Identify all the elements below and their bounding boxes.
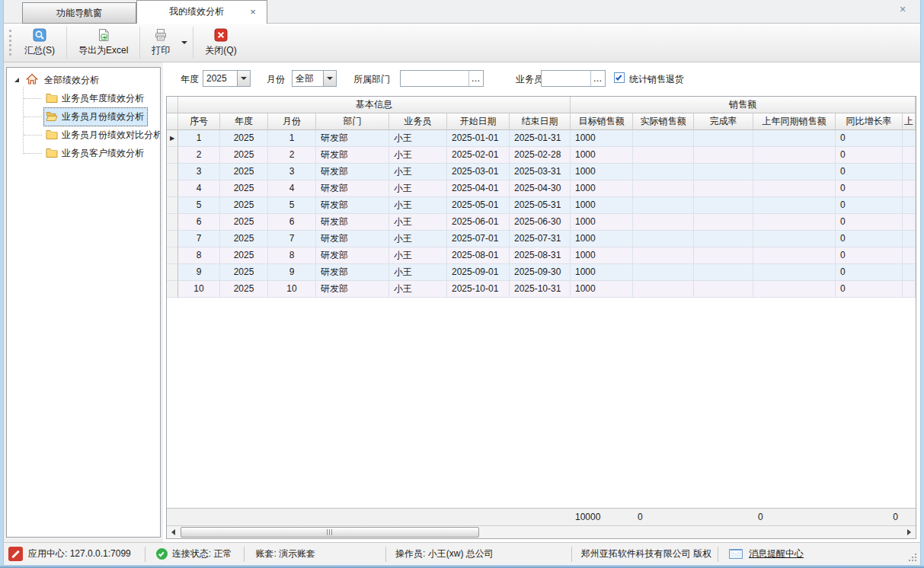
group-header[interactable]: 基本信息 (178, 97, 571, 113)
table-cell[interactable]: 2025 (220, 197, 268, 214)
table-cell[interactable]: 1000 (571, 180, 633, 197)
row-indicator-cell[interactable] (167, 180, 178, 197)
tree-item-customer-analysis[interactable]: 业务员客户绩效分析 (43, 144, 148, 162)
resize-grip[interactable] (909, 554, 917, 562)
table-cell[interactable] (633, 264, 694, 281)
table-cell[interactable]: 6 (268, 214, 316, 231)
department-browse-button[interactable]: … (468, 71, 483, 86)
year-combo[interactable]: 2025 (203, 70, 251, 87)
table-cell[interactable]: 10 (268, 281, 316, 298)
table-cell[interactable]: 2025 (220, 231, 268, 247)
close-tab-button[interactable]: 关闭(Q) (197, 25, 245, 60)
column-header[interactable]: 部门 (316, 113, 389, 130)
table-cell[interactable] (753, 180, 836, 197)
row-indicator-cell[interactable] (167, 231, 178, 247)
table-cell[interactable]: 9 (178, 264, 220, 281)
table-cell[interactable]: 0 (836, 247, 903, 264)
table-cell[interactable]: 2025-05-31 (510, 197, 571, 214)
table-cell[interactable] (753, 247, 836, 264)
table-cell[interactable] (903, 180, 916, 197)
table-row[interactable]: 320253研发部小王2025-03-012025-03-3110000 (167, 164, 916, 180)
table-cell[interactable]: 0 (836, 197, 903, 214)
table-cell[interactable] (753, 197, 836, 214)
table-cell[interactable]: 2025-04-30 (510, 180, 571, 197)
table-cell[interactable]: 0 (836, 147, 903, 164)
scroll-right-arrow[interactable] (903, 526, 916, 538)
table-cell[interactable] (694, 214, 753, 231)
table-cell[interactable] (694, 130, 753, 147)
table-cell[interactable] (694, 197, 753, 214)
table-cell[interactable]: 2 (268, 147, 316, 164)
table-cell[interactable]: 2025 (220, 180, 268, 197)
close-icon[interactable]: × (896, 3, 910, 17)
table-cell[interactable] (694, 164, 753, 180)
table-cell[interactable]: 7 (178, 231, 220, 247)
table-cell[interactable] (633, 247, 694, 264)
column-header[interactable]: 完成率 (694, 113, 753, 130)
table-cell[interactable]: 小王 (389, 281, 447, 298)
print-button[interactable]: 打印 (143, 25, 178, 60)
table-cell[interactable]: 1000 (571, 281, 633, 298)
column-header[interactable]: 同比增长率 (836, 113, 903, 130)
table-cell[interactable] (903, 147, 916, 164)
table-row[interactable]: 720257研发部小王2025-07-012025-07-3110000 (167, 231, 916, 247)
row-indicator-cell[interactable] (167, 264, 178, 281)
export-excel-button[interactable]: 导出为Excel (70, 25, 136, 60)
table-cell[interactable]: 1 (268, 130, 316, 147)
table-cell[interactable]: 2025 (220, 247, 268, 264)
table-row[interactable]: 820258研发部小王2025-08-012025-08-3110000 (167, 247, 916, 264)
table-cell[interactable]: 研发部 (316, 264, 389, 281)
table-cell[interactable]: 2025-08-31 (510, 247, 571, 264)
table-cell[interactable]: 2025-02-28 (510, 147, 571, 164)
row-indicator-cell[interactable] (167, 214, 178, 231)
department-field[interactable]: … (400, 70, 484, 87)
table-cell[interactable]: 小王 (389, 180, 447, 197)
column-header[interactable]: 实际销售额 (633, 113, 694, 130)
table-cell[interactable]: 0 (836, 214, 903, 231)
table-cell[interactable]: 1000 (571, 147, 633, 164)
table-cell[interactable]: 1000 (571, 197, 633, 214)
table-cell[interactable]: 研发部 (316, 130, 389, 147)
table-cell[interactable] (903, 231, 916, 247)
message-center-link[interactable]: 消息提醒中心 (749, 547, 804, 560)
table-cell[interactable]: 5 (268, 197, 316, 214)
tree-item-yearly-analysis[interactable]: 业务员年度绩效分析 (43, 89, 148, 107)
table-cell[interactable]: 1 (178, 130, 220, 147)
table-cell[interactable]: 5 (178, 197, 220, 214)
year-combo-dropdown[interactable] (237, 71, 250, 86)
table-cell[interactable]: 2025-03-01 (447, 164, 510, 180)
row-indicator-cell[interactable] (167, 247, 178, 264)
table-row[interactable]: 10202510研发部小王2025-10-012025-10-3110000 (167, 281, 916, 298)
table-cell[interactable] (903, 130, 916, 147)
table-cell[interactable]: 2025-07-31 (510, 231, 571, 247)
table-cell[interactable]: 2025-09-01 (447, 264, 510, 281)
column-header[interactable]: 序号 (178, 113, 220, 130)
table-row[interactable]: 920259研发部小王2025-09-012025-09-3010000 (167, 264, 916, 281)
tree-root-all-performance[interactable]: 全部绩效分析 (7, 71, 160, 89)
table-cell[interactable] (753, 214, 836, 231)
table-row[interactable]: 520255研发部小王2025-05-012025-05-3110000 (167, 197, 916, 214)
table-cell[interactable]: 小王 (389, 231, 447, 247)
table-cell[interactable]: 2025-06-01 (447, 214, 510, 231)
summary-button[interactable]: 汇总(S) (16, 25, 63, 60)
column-header[interactable]: 开始日期 (447, 113, 510, 130)
table-cell[interactable] (903, 214, 916, 231)
table-row[interactable]: ▶120251研发部小王2025-01-012025-01-3110000 (167, 130, 916, 147)
table-cell[interactable] (633, 147, 694, 164)
table-cell[interactable] (753, 164, 836, 180)
table-cell[interactable]: 2025-06-30 (510, 214, 571, 231)
row-indicator-cell[interactable] (167, 147, 178, 164)
table-cell[interactable]: 2025-05-01 (447, 197, 510, 214)
table-cell[interactable]: 研发部 (316, 247, 389, 264)
column-header[interactable]: 上 (903, 113, 916, 130)
row-indicator-cell[interactable]: ▶ (167, 130, 178, 147)
table-cell[interactable]: 4 (268, 180, 316, 197)
table-cell[interactable] (694, 281, 753, 298)
table-cell[interactable]: 2025-07-01 (447, 231, 510, 247)
table-cell[interactable] (694, 231, 753, 247)
table-cell[interactable]: 2025-10-31 (510, 281, 571, 298)
column-header[interactable]: 结束日期 (510, 113, 571, 130)
table-cell[interactable]: 研发部 (316, 180, 389, 197)
toolbar-grip[interactable] (9, 30, 11, 56)
tree-item-monthly-compare-analysis[interactable]: 业务员月份绩效对比分析 (43, 126, 161, 144)
